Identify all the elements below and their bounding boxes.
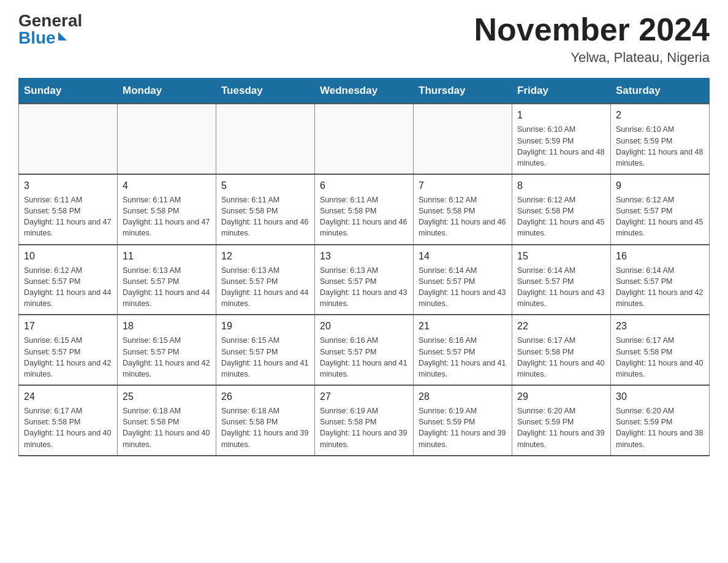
logo: General Blue (18, 12, 82, 47)
calendar-cell: 3Sunrise: 6:11 AMSunset: 5:58 PMDaylight… (19, 174, 118, 245)
day-number: 1 (517, 108, 605, 122)
day-number: 20 (320, 319, 408, 333)
day-number: 27 (320, 389, 408, 404)
day-number: 3 (24, 178, 112, 193)
day-number: 24 (24, 389, 112, 404)
location-title: Yelwa, Plateau, Nigeria (474, 50, 710, 66)
day-info: Sunrise: 6:20 AMSunset: 5:59 PMDaylight:… (517, 407, 604, 448)
day-number: 30 (616, 389, 704, 404)
calendar-week-row: 17Sunrise: 6:15 AMSunset: 5:57 PMDayligh… (19, 315, 710, 385)
day-info: Sunrise: 6:15 AMSunset: 5:57 PMDaylight:… (221, 336, 308, 378)
day-info: Sunrise: 6:12 AMSunset: 5:57 PMDaylight:… (616, 196, 703, 237)
day-number: 8 (517, 178, 605, 193)
calendar-cell: 8Sunrise: 6:12 AMSunset: 5:58 PMDaylight… (512, 174, 611, 245)
calendar-cell (19, 104, 118, 174)
day-info: Sunrise: 6:17 AMSunset: 5:58 PMDaylight:… (517, 336, 604, 378)
calendar-cell: 25Sunrise: 6:18 AMSunset: 5:58 PMDayligh… (118, 385, 216, 456)
day-info: Sunrise: 6:18 AMSunset: 5:58 PMDaylight:… (221, 407, 308, 448)
day-number: 4 (123, 178, 211, 193)
day-info: Sunrise: 6:16 AMSunset: 5:57 PMDaylight:… (419, 336, 506, 378)
day-number: 17 (24, 319, 112, 333)
calendar-cell: 28Sunrise: 6:19 AMSunset: 5:59 PMDayligh… (414, 385, 512, 456)
calendar-week-row: 1Sunrise: 6:10 AMSunset: 5:59 PMDaylight… (19, 104, 710, 174)
day-info: Sunrise: 6:12 AMSunset: 5:58 PMDaylight:… (419, 196, 506, 237)
day-number: 28 (419, 389, 507, 404)
calendar-cell: 26Sunrise: 6:18 AMSunset: 5:58 PMDayligh… (216, 385, 315, 456)
calendar-cell: 16Sunrise: 6:14 AMSunset: 5:57 PMDayligh… (611, 245, 710, 315)
calendar-cell: 5Sunrise: 6:11 AMSunset: 5:58 PMDaylight… (216, 174, 315, 245)
calendar-cell: 30Sunrise: 6:20 AMSunset: 5:59 PMDayligh… (611, 385, 710, 456)
day-number: 19 (221, 319, 309, 333)
day-info: Sunrise: 6:16 AMSunset: 5:57 PMDaylight:… (320, 336, 407, 378)
logo-general-text: General (18, 12, 82, 29)
weekday-header-friday: Friday (512, 79, 611, 104)
calendar-cell: 18Sunrise: 6:15 AMSunset: 5:57 PMDayligh… (118, 315, 216, 385)
day-number: 7 (419, 178, 507, 193)
calendar-cell: 14Sunrise: 6:14 AMSunset: 5:57 PMDayligh… (414, 245, 512, 315)
day-number: 16 (616, 249, 704, 263)
day-info: Sunrise: 6:13 AMSunset: 5:57 PMDaylight:… (221, 266, 308, 308)
day-info: Sunrise: 6:14 AMSunset: 5:57 PMDaylight:… (616, 266, 703, 308)
day-number: 10 (24, 249, 112, 263)
day-number: 13 (320, 249, 408, 263)
calendar-cell: 10Sunrise: 6:12 AMSunset: 5:57 PMDayligh… (19, 245, 118, 315)
calendar-week-row: 3Sunrise: 6:11 AMSunset: 5:58 PMDaylight… (19, 174, 710, 245)
calendar-cell: 19Sunrise: 6:15 AMSunset: 5:57 PMDayligh… (216, 315, 315, 385)
logo-triangle-icon (58, 32, 67, 40)
day-number: 11 (123, 249, 211, 263)
day-info: Sunrise: 6:10 AMSunset: 5:59 PMDaylight:… (616, 125, 703, 167)
day-info: Sunrise: 6:13 AMSunset: 5:57 PMDaylight:… (123, 266, 210, 308)
day-number: 2 (616, 108, 704, 122)
day-number: 29 (517, 389, 605, 404)
day-info: Sunrise: 6:13 AMSunset: 5:57 PMDaylight:… (320, 266, 407, 308)
calendar-cell: 11Sunrise: 6:13 AMSunset: 5:57 PMDayligh… (118, 245, 216, 315)
day-info: Sunrise: 6:15 AMSunset: 5:57 PMDaylight:… (123, 336, 210, 378)
calendar-header-row: SundayMondayTuesdayWednesdayThursdayFrid… (19, 79, 710, 104)
day-info: Sunrise: 6:17 AMSunset: 5:58 PMDaylight:… (24, 407, 111, 448)
calendar-cell (118, 104, 216, 174)
weekday-header-monday: Monday (118, 79, 216, 104)
day-info: Sunrise: 6:11 AMSunset: 5:58 PMDaylight:… (320, 196, 407, 237)
day-info: Sunrise: 6:10 AMSunset: 5:59 PMDaylight:… (517, 125, 604, 167)
calendar-cell: 4Sunrise: 6:11 AMSunset: 5:58 PMDaylight… (118, 174, 216, 245)
day-number: 9 (616, 178, 704, 193)
day-number: 5 (221, 178, 309, 193)
calendar-cell: 23Sunrise: 6:17 AMSunset: 5:58 PMDayligh… (611, 315, 710, 385)
day-number: 14 (419, 249, 507, 263)
calendar-cell: 22Sunrise: 6:17 AMSunset: 5:58 PMDayligh… (512, 315, 611, 385)
day-info: Sunrise: 6:12 AMSunset: 5:57 PMDaylight:… (24, 266, 111, 308)
day-info: Sunrise: 6:11 AMSunset: 5:58 PMDaylight:… (24, 196, 111, 237)
logo-blue-text: Blue (18, 29, 67, 47)
day-info: Sunrise: 6:11 AMSunset: 5:58 PMDaylight:… (123, 196, 210, 237)
calendar-table: SundayMondayTuesdayWednesdayThursdayFrid… (18, 78, 710, 456)
calendar-week-row: 24Sunrise: 6:17 AMSunset: 5:58 PMDayligh… (19, 385, 710, 456)
day-number: 15 (517, 249, 605, 263)
day-info: Sunrise: 6:11 AMSunset: 5:58 PMDaylight:… (221, 196, 308, 237)
calendar-cell: 17Sunrise: 6:15 AMSunset: 5:57 PMDayligh… (19, 315, 118, 385)
calendar-cell: 6Sunrise: 6:11 AMSunset: 5:58 PMDaylight… (315, 174, 414, 245)
day-info: Sunrise: 6:14 AMSunset: 5:57 PMDaylight:… (419, 266, 506, 308)
calendar-cell: 29Sunrise: 6:20 AMSunset: 5:59 PMDayligh… (512, 385, 611, 456)
weekday-header-wednesday: Wednesday (315, 79, 414, 104)
calendar-cell (414, 104, 512, 174)
calendar-cell: 21Sunrise: 6:16 AMSunset: 5:57 PMDayligh… (414, 315, 512, 385)
day-info: Sunrise: 6:14 AMSunset: 5:57 PMDaylight:… (517, 266, 604, 308)
day-number: 25 (123, 389, 211, 404)
day-number: 18 (123, 319, 211, 333)
calendar-cell: 27Sunrise: 6:19 AMSunset: 5:58 PMDayligh… (315, 385, 414, 456)
page-header: General Blue November 2024 Yelwa, Platea… (18, 12, 710, 66)
weekday-header-saturday: Saturday (611, 79, 710, 104)
weekday-header-sunday: Sunday (19, 79, 118, 104)
day-info: Sunrise: 6:15 AMSunset: 5:57 PMDaylight:… (24, 336, 111, 378)
day-number: 26 (221, 389, 309, 404)
title-block: November 2024 Yelwa, Plateau, Nigeria (474, 12, 710, 66)
weekday-header-tuesday: Tuesday (216, 79, 315, 104)
day-number: 23 (616, 319, 704, 333)
day-info: Sunrise: 6:18 AMSunset: 5:58 PMDaylight:… (123, 407, 210, 448)
day-number: 6 (320, 178, 408, 193)
calendar-cell: 2Sunrise: 6:10 AMSunset: 5:59 PMDaylight… (611, 104, 710, 174)
day-info: Sunrise: 6:19 AMSunset: 5:59 PMDaylight:… (419, 407, 506, 448)
calendar-cell: 1Sunrise: 6:10 AMSunset: 5:59 PMDaylight… (512, 104, 611, 174)
day-info: Sunrise: 6:12 AMSunset: 5:58 PMDaylight:… (517, 196, 604, 237)
calendar-week-row: 10Sunrise: 6:12 AMSunset: 5:57 PMDayligh… (19, 245, 710, 315)
